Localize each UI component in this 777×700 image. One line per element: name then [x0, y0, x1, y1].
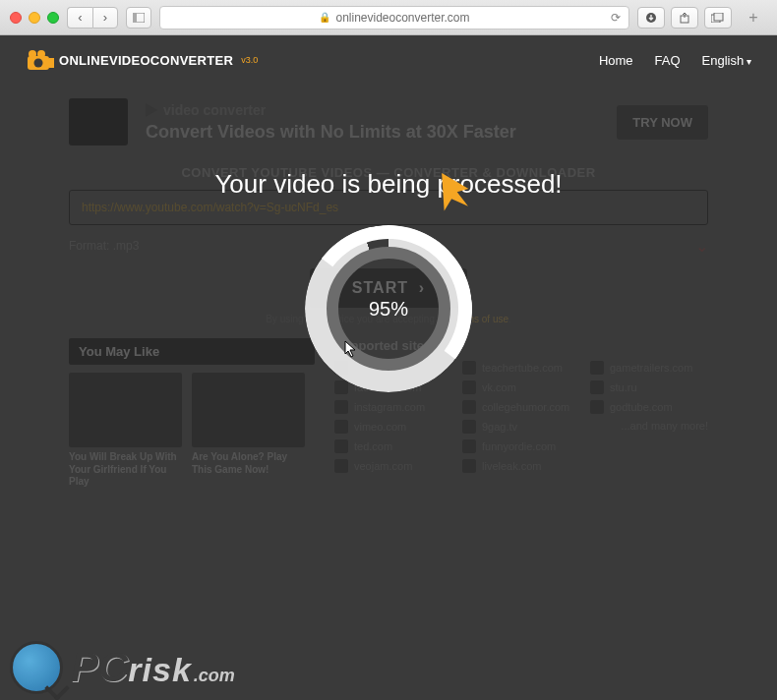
- titlebar: ‹ › 🔒 onlinevideoconverter.com ⟳ +: [0, 0, 777, 35]
- back-button[interactable]: ‹: [67, 7, 92, 29]
- downloads-button[interactable]: [637, 7, 665, 29]
- main-nav: Home FAQ English: [599, 53, 751, 68]
- progress-percent: 95%: [305, 225, 472, 392]
- forward-button[interactable]: ›: [92, 7, 118, 29]
- minimize-icon[interactable]: [29, 12, 40, 24]
- sidebar-toggle-button[interactable]: [126, 7, 151, 29]
- processing-title: Your video is being processed!: [214, 169, 562, 200]
- svg-rect-5: [714, 13, 723, 21]
- watermark: PC risk .com: [10, 641, 235, 694]
- brand-version: v3.0: [241, 55, 258, 65]
- pointer-arrow-annotation: [431, 169, 464, 208]
- nav-language[interactable]: English: [702, 53, 751, 68]
- lock-icon: 🔒: [319, 12, 330, 23]
- nav-faq[interactable]: FAQ: [655, 53, 681, 68]
- reload-icon[interactable]: ⟳: [611, 11, 621, 25]
- address-bar[interactable]: 🔒 onlinevideoconverter.com ⟳: [159, 6, 629, 29]
- maximize-icon[interactable]: [47, 12, 59, 24]
- nav-back-forward: ‹ ›: [67, 7, 118, 29]
- site-header: ONLINEVIDEOCONVERTER v3.0 Home FAQ Engli…: [0, 35, 777, 85]
- share-button[interactable]: [671, 7, 698, 29]
- close-icon[interactable]: [10, 12, 22, 24]
- toolbar-right: [637, 7, 732, 29]
- progress-spinner: 95%: [305, 225, 472, 392]
- tabs-button[interactable]: [704, 7, 732, 29]
- svg-rect-10: [49, 58, 54, 68]
- brand-name: ONLINEVIDEOCONVERTER: [59, 53, 233, 68]
- svg-rect-1: [133, 13, 137, 23]
- cursor-icon: [344, 340, 358, 361]
- site-logo[interactable]: ONLINEVIDEOCONVERTER v3.0: [26, 48, 258, 72]
- svg-point-9: [34, 59, 43, 68]
- new-tab-button[interactable]: +: [740, 7, 767, 29]
- processing-overlay: Your video is being processed! 95%: [0, 85, 777, 700]
- url-text: onlinevideoconverter.com: [335, 11, 469, 25]
- camera-icon: [26, 48, 53, 72]
- window-controls: [10, 12, 59, 24]
- magnifier-icon: [10, 641, 63, 694]
- nav-home[interactable]: Home: [599, 53, 633, 68]
- page-content: ONLINEVIDEOCONVERTER v3.0 Home FAQ Engli…: [0, 35, 777, 700]
- browser-window: ‹ › 🔒 onlinevideoconverter.com ⟳ +: [0, 0, 777, 700]
